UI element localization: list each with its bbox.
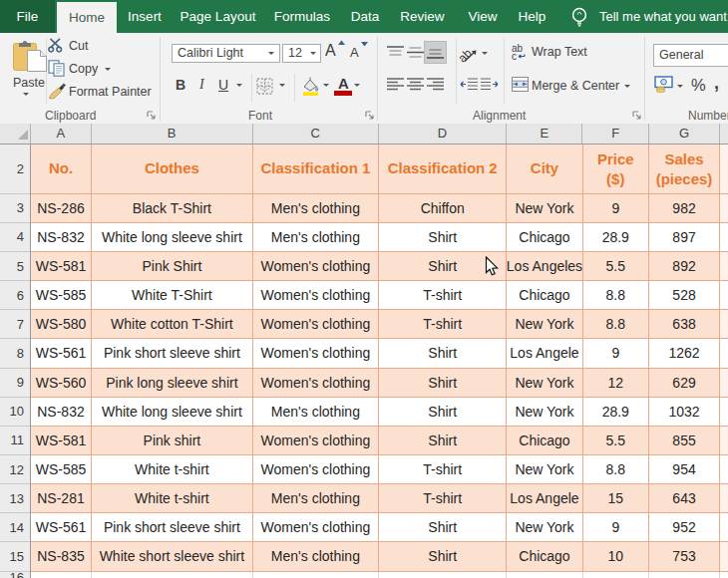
svg-text:c: c [512,51,517,61]
